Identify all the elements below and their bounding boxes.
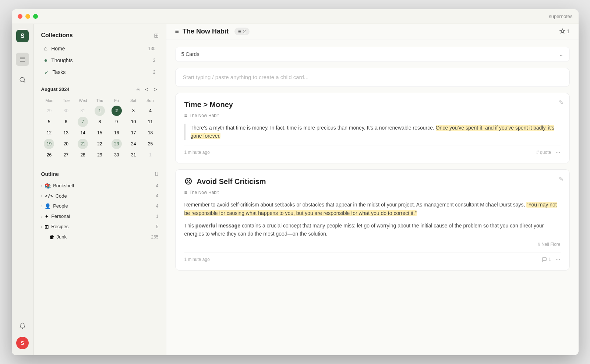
cal-day-5[interactable]: 5	[44, 117, 54, 127]
cal-day-17[interactable]: 17	[128, 128, 139, 138]
sidebar-item-tasks[interactable]: ✓ Tasks 2	[37, 66, 163, 78]
recipes-count: 5	[156, 224, 159, 229]
outline-item-recipes[interactable]: › ⊞ Recipes 5	[37, 222, 163, 232]
cal-day-21[interactable]: 21	[78, 139, 88, 149]
card1-title: Time > Money	[184, 100, 561, 109]
card1-more-button[interactable]: ···	[555, 149, 560, 156]
sidebar-item-thoughts[interactable]: ● Thoughts 2	[37, 54, 163, 66]
maximize-button[interactable]	[33, 14, 38, 19]
card2-comment-button[interactable]: 1	[542, 257, 551, 262]
cal-day-15[interactable]: 15	[95, 128, 105, 138]
card2-timestamp: 1 minute ago	[184, 257, 210, 262]
card1-edit-button[interactable]: ✎	[559, 99, 563, 106]
cal-day-18[interactable]: 18	[145, 128, 156, 138]
thoughts-count: 2	[153, 58, 156, 63]
people-count: 4	[156, 204, 159, 209]
card1-source-text: The Now Habit	[190, 113, 219, 118]
cards-count-bar[interactable]: 5 Cards ⌄	[175, 47, 570, 62]
topbar-count: 2	[243, 29, 246, 34]
card2-more-button[interactable]: ···	[555, 256, 560, 263]
cal-day-19[interactable]: 19	[44, 139, 54, 149]
card2-source: ≡ The Now Habit	[184, 190, 561, 195]
cal-day-24[interactable]: 24	[128, 139, 139, 149]
minimize-button[interactable]	[25, 14, 30, 19]
tasks-label: Tasks	[53, 69, 66, 75]
cal-day-2[interactable]: 2	[112, 106, 122, 116]
personal-count: 1	[156, 214, 159, 219]
personal-icon: ✦	[45, 213, 49, 219]
sidebar-item-home[interactable]: ⌂ Home 130	[37, 43, 163, 54]
code-count: 4	[156, 193, 159, 198]
cal-day-6[interactable]: 6	[61, 117, 71, 127]
cal-day-31[interactable]: 31	[128, 150, 139, 160]
cal-day-23[interactable]: 23	[112, 139, 122, 149]
cal-day-4[interactable]: 4	[145, 106, 156, 116]
people-chevron: ›	[41, 204, 43, 208]
outline-sort-icon[interactable]: ⇅	[154, 171, 159, 177]
collections-title: Collections	[41, 32, 73, 39]
cal-day-3[interactable]: 3	[128, 106, 139, 116]
input-card[interactable]: Start typing / paste anything to create …	[175, 68, 570, 87]
card-time-money: ✎ Time > Money ≡ The Now Habit There's a…	[175, 93, 570, 164]
cal-day-9[interactable]: 9	[112, 117, 122, 127]
bookshelf-count: 4	[156, 183, 159, 188]
card2-emoji: ☹	[184, 177, 192, 185]
cal-day-14[interactable]: 14	[78, 128, 88, 138]
close-button[interactable]	[18, 14, 22, 19]
cal-day-13[interactable]: 13	[61, 128, 71, 138]
outline-item-bookshelf[interactable]: › 📚 Bookshelf 4	[37, 181, 163, 191]
outline-item-junk[interactable]: 🗑 Junk 265	[37, 232, 163, 242]
bell-icon-btn[interactable]	[16, 319, 29, 332]
svg-line-1	[24, 81, 25, 82]
input-placeholder: Start typing / paste anything to create …	[183, 74, 309, 80]
cal-day-16[interactable]: 16	[112, 128, 122, 138]
thoughts-icon: ●	[44, 57, 48, 64]
cal-day-29[interactable]: 29	[95, 150, 105, 160]
card2-body-bold: powerful message	[195, 223, 240, 229]
cal-day-11[interactable]: 11	[145, 117, 156, 127]
cal-day-28[interactable]: 28	[78, 150, 88, 160]
bookshelf-icon: 📚	[45, 183, 51, 189]
app-name: supernotes	[549, 14, 572, 19]
cal-day-30-jul[interactable]: 30	[61, 106, 71, 116]
card1-footer: 1 minute ago # quote ···	[184, 145, 561, 156]
cal-day-1-sep[interactable]: 1	[145, 150, 156, 160]
card1-source: ≡ The Now Habit	[184, 113, 561, 119]
cal-day-26[interactable]: 26	[44, 150, 54, 160]
outline-item-personal[interactable]: › ✦ Personal 1	[37, 211, 163, 222]
cal-day-1[interactable]: 1	[95, 106, 105, 116]
pin-button[interactable]: 1	[559, 28, 570, 34]
calendar-next[interactable]: >	[152, 86, 158, 93]
junk-icon: 🗑	[49, 234, 54, 240]
cal-day-7[interactable]: 7	[78, 117, 88, 127]
card-avoid-criticism: ✎ ☹ Avoid Self Criticism ≡ The Now Habit…	[175, 169, 570, 271]
bookshelf-label: Bookshelf	[53, 183, 74, 188]
outline-item-people[interactable]: › 👤 People 4	[37, 201, 163, 211]
card2-edit-button[interactable]: ✎	[559, 176, 563, 183]
app-logo[interactable]: S	[16, 30, 29, 42]
collections-filter-icon[interactable]: ⊞	[154, 32, 159, 39]
collections-icon-btn[interactable]: ☰	[16, 53, 29, 66]
cal-day-27[interactable]: 27	[61, 150, 71, 160]
cal-day-29-jul[interactable]: 29	[44, 106, 54, 116]
search-icon-btn[interactable]	[16, 73, 29, 86]
calendar-section: August 2024 ☀ < > Mon Tue Wed Thu Fri Sa…	[34, 81, 166, 165]
cal-day-25[interactable]: 25	[145, 139, 156, 149]
cal-day-10[interactable]: 10	[128, 117, 139, 127]
people-icon: 👤	[45, 203, 51, 209]
cal-day-12[interactable]: 12	[44, 128, 54, 138]
recipes-chevron: ›	[41, 225, 43, 229]
cal-day-30[interactable]: 30	[112, 150, 122, 160]
cal-day-22[interactable]: 22	[95, 139, 105, 149]
card1-quote-normal: There's a myth that time is money. In fa…	[191, 125, 434, 131]
card2-neil-tag: # Neil Fiore	[184, 242, 561, 247]
cal-day-31-jul[interactable]: 31	[78, 106, 88, 116]
bookshelf-chevron: ›	[41, 184, 43, 188]
card2-body-text2: This	[184, 223, 194, 229]
calendar-prev[interactable]: <	[144, 86, 149, 93]
outline-item-code[interactable]: › </> Code 4	[37, 191, 163, 201]
cal-day-8[interactable]: 8	[95, 117, 105, 127]
titlebar: supernotes	[12, 9, 579, 24]
user-avatar[interactable]: S	[16, 337, 29, 349]
cal-day-20[interactable]: 20	[61, 139, 71, 149]
